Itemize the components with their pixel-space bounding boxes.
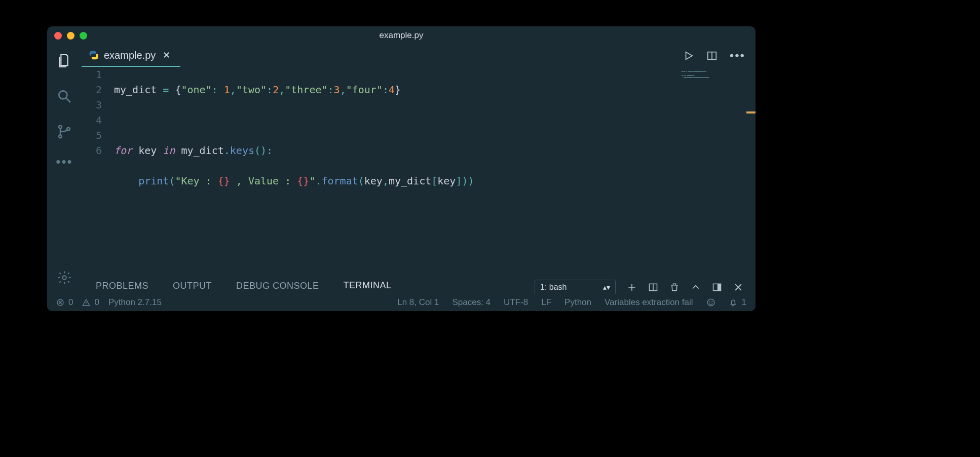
chevron-updown-icon: ▴▾	[603, 284, 610, 291]
terminal-selector[interactable]: 1: bash ▴▾	[535, 280, 616, 295]
main-area: example.py ✕ ••• 1 2 3	[82, 45, 756, 294]
svg-point-0	[59, 91, 67, 99]
minimize-window-button[interactable]	[67, 32, 74, 40]
close-tab-icon[interactable]: ✕	[161, 50, 172, 61]
titlebar[interactable]: example.py	[47, 26, 756, 45]
editor-window: example.py ••• example.py	[47, 26, 756, 311]
split-terminal-icon[interactable]	[648, 282, 658, 292]
status-errors[interactable]: 0	[56, 297, 73, 308]
explorer-icon[interactable]	[55, 52, 73, 70]
svg-rect-8	[718, 284, 721, 290]
line-gutter: 1 2 3 4 5 6	[82, 67, 114, 280]
split-editor-icon[interactable]	[706, 50, 718, 61]
code-content[interactable]: my_dict = {"one": 1,"two":2,"three":3,"f…	[114, 67, 756, 280]
activity-overflow-icon[interactable]: •••	[56, 155, 72, 168]
svg-point-2	[59, 135, 62, 138]
terminal-selector-label: 1: bash	[540, 283, 567, 292]
python-file-icon	[89, 50, 99, 60]
toggle-panel-icon[interactable]	[712, 282, 722, 292]
editor-actions: •••	[683, 45, 756, 67]
close-window-button[interactable]	[54, 32, 62, 40]
settings-gear-icon[interactable]	[55, 269, 73, 287]
search-icon[interactable]	[55, 87, 73, 105]
more-actions-icon[interactable]: •••	[730, 49, 745, 63]
tab-problems[interactable]: PROBLEMS	[96, 281, 148, 294]
traffic-lights	[54, 32, 87, 40]
overview-ruler-marker[interactable]	[746, 111, 756, 113]
svg-point-1	[59, 126, 62, 129]
new-terminal-icon[interactable]	[627, 282, 637, 292]
tab-output[interactable]: OUTPUT	[173, 281, 212, 294]
terminal-output[interactable]: $ python3 example.py Key : one , Value :…	[82, 295, 756, 311]
maximize-panel-icon[interactable]	[691, 282, 701, 292]
error-icon	[56, 298, 64, 307]
minimap[interactable]: ▄▄▄▄ ▄ ▄▄▄▄▄▄▄▄▄▄▄▄▄▄▄▄▄▄▄▄ ▄▄ ▄▄ ▄▄▄▄▄▄…	[682, 70, 752, 88]
activity-bar: •••	[47, 45, 82, 294]
svg-point-4	[62, 276, 66, 280]
tab-label: example.py	[104, 50, 156, 61]
tab-terminal[interactable]: TERMINAL	[344, 280, 392, 294]
source-control-icon[interactable]	[55, 123, 73, 141]
panel-tabs: PROBLEMS OUTPUT DEBUG CONSOLE TERMINAL 1…	[82, 280, 756, 295]
tab-example-py[interactable]: example.py ✕	[82, 45, 180, 67]
code-editor[interactable]: 1 2 3 4 5 6 my_dict = {"one": 1,"two":2,…	[82, 67, 756, 280]
kill-terminal-icon[interactable]	[669, 282, 680, 292]
run-icon[interactable]	[683, 50, 694, 61]
window-title: example.py	[380, 30, 424, 41]
zoom-window-button[interactable]	[80, 32, 87, 40]
editor-tabs: example.py ✕ •••	[82, 45, 756, 67]
bottom-panel: PROBLEMS OUTPUT DEBUG CONSOLE TERMINAL 1…	[82, 280, 756, 294]
close-panel-icon[interactable]	[733, 282, 743, 292]
tab-debug-console[interactable]: DEBUG CONSOLE	[236, 281, 319, 294]
